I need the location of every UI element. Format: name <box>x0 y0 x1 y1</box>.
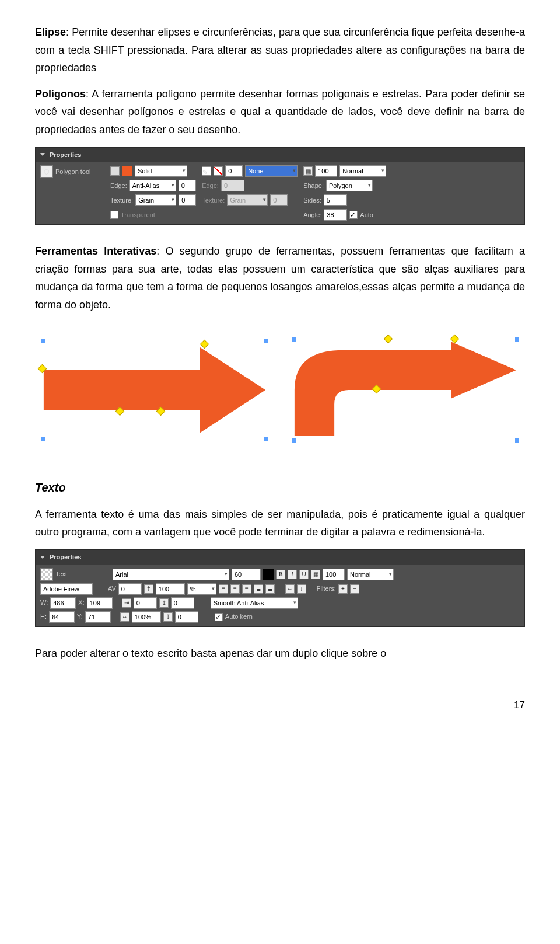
arrows-figure <box>35 332 525 448</box>
label-poligonos: Polígonos <box>35 88 86 100</box>
paragraph-ferramentas-interativas: Ferramentas Interativas: O segundo grupo… <box>35 242 525 313</box>
space-before-icon: ↥ <box>159 598 169 608</box>
indent-icon: ⇥ <box>122 598 131 608</box>
y-field[interactable]: 71 <box>85 611 111 623</box>
leading-icon: ‡ <box>144 584 153 594</box>
arrow-shape-right <box>292 337 519 443</box>
panel-header-2[interactable]: Properties <box>36 550 524 565</box>
tool-name-2: Text <box>55 569 90 580</box>
texture-amount[interactable]: 0 <box>178 194 196 206</box>
antialias-dropdown[interactable]: Smooth Anti-Alias <box>211 597 298 609</box>
space-after-field[interactable]: 0 <box>175 611 198 623</box>
opacity-field-2[interactable]: 100 <box>323 569 345 580</box>
label-ferramentas: Ferramentas Interativas <box>35 245 156 257</box>
opacity-icon: ▦ <box>303 166 313 176</box>
autokern-label: Auto kern <box>225 611 253 622</box>
space-before-field[interactable]: 0 <box>171 597 194 609</box>
filters-label: Filters: <box>317 583 336 594</box>
text-tool-icon <box>40 568 53 581</box>
align-stretch-icon[interactable]: ≣ <box>265 584 275 594</box>
italic-button[interactable]: I <box>288 570 297 579</box>
opacity-icon: ▦ <box>311 570 320 579</box>
fill-color-swatch[interactable] <box>122 166 132 176</box>
stroke-texture-dropdown: Grain <box>227 194 268 206</box>
collapse-icon[interactable] <box>40 556 45 559</box>
av-label: AV <box>108 583 116 594</box>
transparent-checkbox[interactable] <box>110 211 118 219</box>
opacity-field[interactable]: 100 <box>315 165 337 177</box>
panel-title: Properties <box>50 149 81 161</box>
angle-field[interactable]: 38 <box>324 209 347 221</box>
stroke-texture-amount: 0 <box>270 194 288 206</box>
shape-label: Shape: <box>303 180 324 191</box>
pencil-icon[interactable]: ✎ <box>202 166 211 176</box>
stroke-category-dropdown[interactable]: None <box>245 165 298 177</box>
paragraph-poligonos: Polígonos: A ferramenta polígono permite… <box>35 85 525 139</box>
w-label: W: <box>40 597 48 608</box>
label-elipse: Elipse <box>35 26 66 38</box>
stroke-edge-amount: 0 <box>221 180 244 191</box>
align-right-icon[interactable]: ≡ <box>242 584 251 594</box>
auto-label: Auto <box>360 210 373 221</box>
stroke-texture-label: Texture: <box>202 195 225 206</box>
autokern-checkbox[interactable] <box>215 613 223 621</box>
y-label: Y: <box>77 611 83 622</box>
orient-v-icon[interactable]: ↕ <box>297 584 306 594</box>
leading-field[interactable]: 100 <box>156 583 185 595</box>
h-field[interactable]: 64 <box>49 611 75 623</box>
text-sublabel: Adobe Firew <box>40 583 93 595</box>
hscale-field[interactable]: 100% <box>132 611 161 623</box>
tool-name: Polygon tool <box>55 166 91 177</box>
space-after-icon: ↧ <box>163 612 173 622</box>
heading-texto: Texto <box>35 478 525 497</box>
kerning-field[interactable]: 0 <box>118 583 142 595</box>
panel-title-2: Properties <box>50 552 81 563</box>
align-center-icon[interactable]: ≡ <box>230 584 240 594</box>
blend-dropdown[interactable]: Normal <box>340 165 386 177</box>
stroke-edge-label: Edge: <box>202 180 219 191</box>
stroke-size[interactable]: 0 <box>225 165 243 177</box>
text-poligonos: : A ferramenta polígono permite desenhar… <box>35 88 525 135</box>
sides-label: Sides: <box>303 195 321 206</box>
w-field[interactable]: 486 <box>50 597 76 609</box>
edge-dropdown[interactable]: Anti-Alias <box>130 180 176 191</box>
hscale-icon: ↔ <box>120 612 130 622</box>
align-justify-icon[interactable]: ≣ <box>254 584 263 594</box>
panel-header[interactable]: Properties <box>36 148 524 162</box>
paragraph-alterar-texto: Para poder alterar o texto escrito basta… <box>35 645 525 663</box>
blend-dropdown-2[interactable]: Normal <box>347 569 394 580</box>
orient-h-icon[interactable]: ↔ <box>285 584 295 594</box>
add-filter-button[interactable]: + <box>338 584 348 594</box>
underline-button[interactable]: U <box>299 570 309 579</box>
collapse-icon[interactable] <box>40 153 45 156</box>
fill-style-dropdown[interactable]: Solid <box>135 165 187 177</box>
texture-dropdown[interactable]: Grain <box>135 194 176 206</box>
text-elipse: : Permite desenhar elipses e circunferên… <box>35 26 525 74</box>
bold-button[interactable]: B <box>276 570 285 579</box>
page-number: 17 <box>35 697 525 714</box>
sides-field[interactable]: 5 <box>324 194 347 206</box>
x-label: X: <box>78 597 84 608</box>
fill-icon[interactable] <box>110 166 120 176</box>
auto-checkbox[interactable] <box>349 211 358 219</box>
text-color-swatch[interactable] <box>263 569 274 580</box>
remove-filter-button[interactable]: − <box>350 584 359 594</box>
leading-unit[interactable]: % <box>187 583 216 595</box>
angle-label: Angle: <box>303 210 321 221</box>
properties-panel-polygon: Properties ⬡ Polygon tool Solid Edge: An… <box>35 147 525 225</box>
paragraph-texto: A ferramenta texto é uma das mais simple… <box>35 506 525 541</box>
shape-dropdown[interactable]: Polygon <box>326 180 373 191</box>
polygon-tool-icon: ⬡ <box>40 165 53 178</box>
font-dropdown[interactable]: Arial <box>113 569 229 580</box>
stroke-none-icon[interactable] <box>214 166 223 176</box>
font-size[interactable]: 60 <box>232 569 261 580</box>
arrow-shape-left <box>41 337 268 443</box>
h-label: H: <box>40 611 47 622</box>
indent-field[interactable]: 0 <box>134 597 157 609</box>
x-field[interactable]: 109 <box>87 597 113 609</box>
edge-amount[interactable]: 0 <box>178 180 196 191</box>
texture-label: Texture: <box>110 195 133 206</box>
transparent-label: Transparent <box>121 210 155 221</box>
align-left-icon[interactable]: ≡ <box>219 584 228 594</box>
svg-marker-0 <box>44 347 265 433</box>
